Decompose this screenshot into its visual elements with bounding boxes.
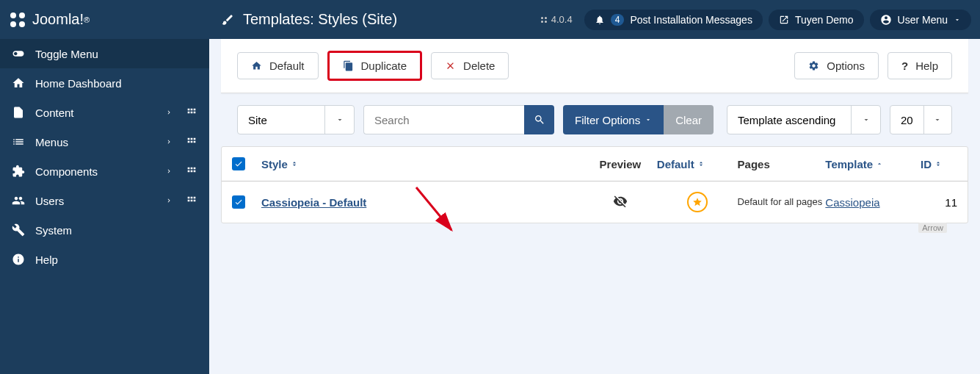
sidebar-item-menus[interactable]: Menus bbox=[0, 127, 209, 157]
delete-button[interactable]: Delete bbox=[431, 52, 509, 79]
default-star[interactable] bbox=[687, 192, 708, 212]
sidebar-item-users[interactable]: Users bbox=[0, 186, 209, 215]
table-row: Cassiopeia - Default Default for all pag… bbox=[222, 181, 968, 223]
sort-icon bbox=[697, 160, 705, 168]
check-icon bbox=[234, 198, 243, 206]
file-icon bbox=[12, 106, 25, 119]
header-template[interactable]: Template bbox=[825, 158, 921, 170]
sidebar-item-label: Home Dashboard bbox=[35, 77, 122, 90]
sidebar-item-label: Help bbox=[35, 253, 58, 266]
chevron-down-icon bbox=[933, 115, 942, 124]
chevron-right-icon[interactable] bbox=[165, 197, 173, 204]
wrench-icon bbox=[12, 223, 25, 237]
filters-bar: Site Filter Options Clear Template ascen… bbox=[221, 93, 968, 146]
table-header: Style Preview Default Pages Template ID bbox=[222, 147, 968, 181]
user-menu-label: User Menu bbox=[898, 14, 948, 26]
user-menu-pill[interactable]: User Menu bbox=[870, 10, 971, 30]
site-link-pill[interactable]: Tuyen Demo bbox=[769, 10, 864, 30]
sort-select[interactable]: Template ascending bbox=[727, 105, 881, 134]
header-pages: Pages bbox=[738, 158, 826, 170]
toolbar: Default Duplicate Delete Options ? Help bbox=[221, 39, 968, 93]
version-label: 4.0.4 bbox=[540, 14, 573, 25]
template-link[interactable]: Cassiopeia bbox=[825, 196, 879, 209]
sidebar-item-label: Content bbox=[35, 107, 74, 119]
check-icon bbox=[234, 159, 243, 168]
svg-point-6 bbox=[541, 21, 543, 23]
site-link-label: Tuyen Demo bbox=[795, 14, 854, 26]
gear-icon bbox=[808, 60, 819, 71]
client-select[interactable]: Site bbox=[237, 105, 355, 134]
chevron-down-icon bbox=[954, 16, 961, 24]
chevron-down-icon bbox=[645, 116, 652, 123]
grid-icon[interactable] bbox=[186, 195, 197, 206]
sidebar-item-label: Users bbox=[35, 195, 64, 207]
header-id[interactable]: ID bbox=[921, 158, 957, 170]
star-icon bbox=[692, 197, 703, 207]
header-style[interactable]: Style bbox=[261, 158, 584, 170]
pages-cell: Default for all pages bbox=[738, 196, 826, 209]
users-icon bbox=[12, 194, 25, 207]
sidebar-item-home[interactable]: Home Dashboard bbox=[0, 68, 209, 98]
external-link-icon bbox=[779, 15, 789, 25]
sidebar-item-system[interactable]: System bbox=[0, 215, 209, 245]
svg-point-3 bbox=[19, 21, 25, 27]
joomla-small-icon bbox=[540, 15, 548, 24]
search-input[interactable] bbox=[363, 105, 524, 134]
page-title: Templates: Styles (Site) bbox=[209, 11, 540, 28]
svg-point-1 bbox=[19, 12, 25, 18]
toggle-icon bbox=[12, 47, 25, 60]
home-icon bbox=[12, 76, 25, 90]
messages-pill[interactable]: 4 Post Installation Messages bbox=[584, 10, 763, 30]
caret-up-icon bbox=[876, 160, 883, 168]
header-default[interactable]: Default bbox=[657, 158, 738, 170]
joomla-logo[interactable]: Joomla!® bbox=[0, 11, 209, 29]
info-icon bbox=[12, 253, 25, 266]
chevron-down-icon bbox=[862, 115, 871, 124]
sidebar-item-help[interactable]: Help bbox=[0, 245, 209, 274]
toggle-menu-label: Toggle Menu bbox=[35, 48, 98, 60]
filter-options-button[interactable]: Filter Options bbox=[563, 105, 664, 134]
svg-point-7 bbox=[545, 21, 547, 23]
sort-icon bbox=[934, 160, 942, 168]
help-button[interactable]: ? Help bbox=[888, 52, 952, 79]
sidebar-item-label: Components bbox=[35, 165, 98, 178]
select-all-checkbox[interactable] bbox=[232, 157, 245, 170]
svg-point-4 bbox=[541, 17, 543, 19]
style-link[interactable]: Cassiopeia - Default bbox=[261, 196, 366, 209]
search-icon bbox=[534, 114, 545, 126]
svg-point-5 bbox=[545, 17, 547, 19]
annotation-arrow-label: Arrow bbox=[918, 223, 947, 233]
limit-select[interactable]: 20 bbox=[890, 105, 952, 134]
sidebar-item-label: Menus bbox=[35, 136, 68, 148]
grid-icon[interactable] bbox=[186, 107, 197, 118]
sidebar-item-label: System bbox=[35, 224, 72, 237]
chevron-right-icon[interactable] bbox=[165, 138, 173, 145]
sidebar-item-content[interactable]: Content bbox=[0, 98, 209, 127]
svg-point-0 bbox=[10, 12, 16, 18]
brand-text: Joomla! bbox=[32, 11, 84, 28]
puzzle-icon bbox=[12, 165, 25, 178]
duplicate-button[interactable]: Duplicate bbox=[327, 51, 423, 81]
eye-off-icon[interactable] bbox=[613, 194, 628, 209]
sort-icon bbox=[291, 160, 298, 168]
messages-badge: 4 bbox=[611, 14, 625, 26]
row-checkbox[interactable] bbox=[232, 195, 245, 209]
clear-button[interactable]: Clear bbox=[664, 105, 714, 134]
chevron-right-icon[interactable] bbox=[165, 168, 173, 175]
copy-icon bbox=[343, 60, 354, 71]
toggle-menu[interactable]: Toggle Menu bbox=[0, 39, 209, 68]
home-icon bbox=[251, 60, 262, 71]
chevron-right-icon[interactable] bbox=[165, 109, 173, 116]
header-preview: Preview bbox=[584, 158, 657, 170]
options-button[interactable]: Options bbox=[794, 52, 879, 79]
grid-icon[interactable] bbox=[186, 136, 197, 148]
svg-point-2 bbox=[10, 21, 16, 27]
grid-icon[interactable] bbox=[186, 165, 197, 177]
sidebar-item-components[interactable]: Components bbox=[0, 157, 209, 186]
search-button[interactable] bbox=[524, 105, 554, 134]
id-cell: 11 bbox=[921, 196, 957, 209]
joomla-icon bbox=[9, 11, 26, 29]
default-button[interactable]: Default bbox=[237, 52, 319, 79]
close-icon bbox=[445, 60, 456, 71]
messages-label: Post Installation Messages bbox=[630, 14, 752, 26]
